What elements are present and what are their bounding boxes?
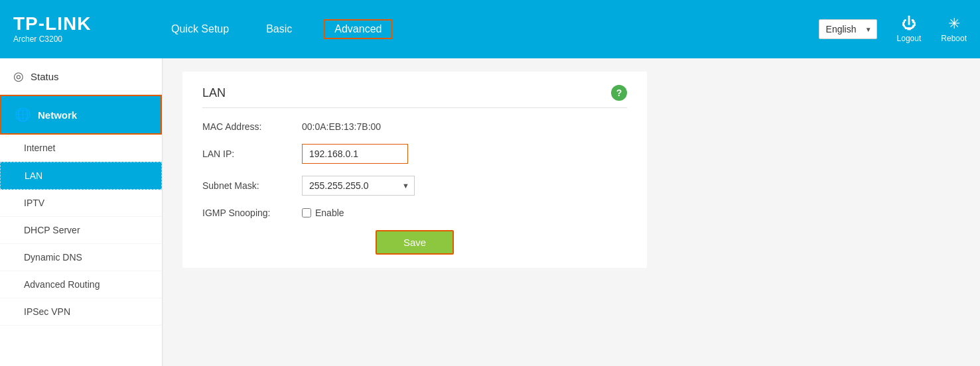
header-actions: ⏻ Logout ✳ Reboot <box>897 15 967 43</box>
mac-address-row: MAC Address: 00:0A:EB:13:7B:00 <box>202 121 627 132</box>
subnet-mask-select[interactable]: 255.255.255.0 255.255.0.0 255.0.0.0 <box>302 176 415 196</box>
mac-address-value: 00:0A:EB:13:7B:00 <box>302 121 381 132</box>
lan-ip-label: LAN IP: <box>202 149 302 159</box>
reboot-icon: ✳ <box>948 15 960 32</box>
nav-basic[interactable]: Basic <box>261 21 297 38</box>
lan-label: LAN <box>25 170 42 181</box>
main-content: LAN ? MAC Address: 00:0A:EB:13:7B:00 LAN… <box>163 58 980 366</box>
network-icon: 🌐 <box>15 107 31 123</box>
subnet-mask-row: Subnet Mask: 255.255.255.0 255.255.0.0 2… <box>202 176 627 196</box>
subnet-mask-wrapper: 255.255.255.0 255.255.0.0 255.0.0.0 ▼ <box>302 176 415 196</box>
save-row: Save <box>202 230 627 255</box>
igmp-row: IGMP Snooping: Enable <box>202 208 627 218</box>
logout-icon: ⏻ <box>902 15 916 32</box>
ddns-label: Dynamic DNS <box>24 252 82 263</box>
status-icon: ◎ <box>13 69 24 84</box>
header: TP-LINK Archer C3200 Quick Setup Basic A… <box>0 0 980 58</box>
sidebar-item-iptv[interactable]: IPTV <box>0 190 162 217</box>
sidebar-item-advanced-routing[interactable]: Advanced Routing <box>0 271 162 298</box>
logo-model: Archer C3200 <box>13 34 166 44</box>
igmp-enable-text: Enable <box>315 208 344 218</box>
language-select[interactable]: English Chinese <box>819 19 877 39</box>
advanced-routing-label: Advanced Routing <box>24 279 100 290</box>
sidebar-item-network[interactable]: 🌐 Network <box>0 95 162 135</box>
panel-divider <box>202 107 627 108</box>
mac-address-label: MAC Address: <box>202 121 302 132</box>
panel-title: LAN <box>202 86 226 100</box>
sidebar-item-lan[interactable]: LAN <box>0 162 162 190</box>
lan-ip-row: LAN IP: <box>202 144 627 164</box>
igmp-enable-label[interactable]: Enable <box>302 208 344 218</box>
sidebar-item-dhcp[interactable]: DHCP Server <box>0 217 162 244</box>
dhcp-label: DHCP Server <box>24 225 80 235</box>
logo-area: TP-LINK Archer C3200 <box>13 15 166 44</box>
lan-panel: LAN ? MAC Address: 00:0A:EB:13:7B:00 LAN… <box>182 72 647 268</box>
internet-label: Internet <box>24 143 55 153</box>
save-button[interactable]: Save <box>376 230 454 255</box>
logo-brand: TP-LINK <box>13 15 166 33</box>
sidebar-item-ipsec[interactable]: IPSec VPN <box>0 298 162 326</box>
nav-quick-setup[interactable]: Quick Setup <box>166 21 234 38</box>
language-selector[interactable]: English Chinese ▼ <box>819 19 877 39</box>
sidebar-network-label: Network <box>38 109 77 121</box>
sidebar-item-ddns[interactable]: Dynamic DNS <box>0 244 162 271</box>
lan-ip-input[interactable] <box>302 144 408 164</box>
sidebar-item-internet[interactable]: Internet <box>0 135 162 162</box>
layout: ◎ Status 🌐 Network Internet LAN IPTV DHC… <box>0 58 980 366</box>
iptv-label: IPTV <box>24 198 44 208</box>
logout-button[interactable]: ⏻ Logout <box>897 15 922 43</box>
reboot-button[interactable]: ✳ Reboot <box>941 15 967 43</box>
help-button[interactable]: ? <box>611 85 627 101</box>
ipsec-label: IPSec VPN <box>24 306 70 317</box>
sidebar-status-label: Status <box>31 71 59 82</box>
subnet-mask-label: Subnet Mask: <box>202 180 302 191</box>
igmp-checkbox[interactable] <box>302 208 311 217</box>
main-nav: Quick Setup Basic Advanced <box>166 19 819 39</box>
igmp-label: IGMP Snooping: <box>202 208 302 218</box>
logout-label: Logout <box>897 34 922 43</box>
nav-advanced[interactable]: Advanced <box>324 19 392 39</box>
sidebar-item-status[interactable]: ◎ Status <box>0 58 162 95</box>
sidebar: ◎ Status 🌐 Network Internet LAN IPTV DHC… <box>0 58 163 366</box>
reboot-label: Reboot <box>941 34 967 43</box>
panel-title-row: LAN ? <box>202 85 627 101</box>
